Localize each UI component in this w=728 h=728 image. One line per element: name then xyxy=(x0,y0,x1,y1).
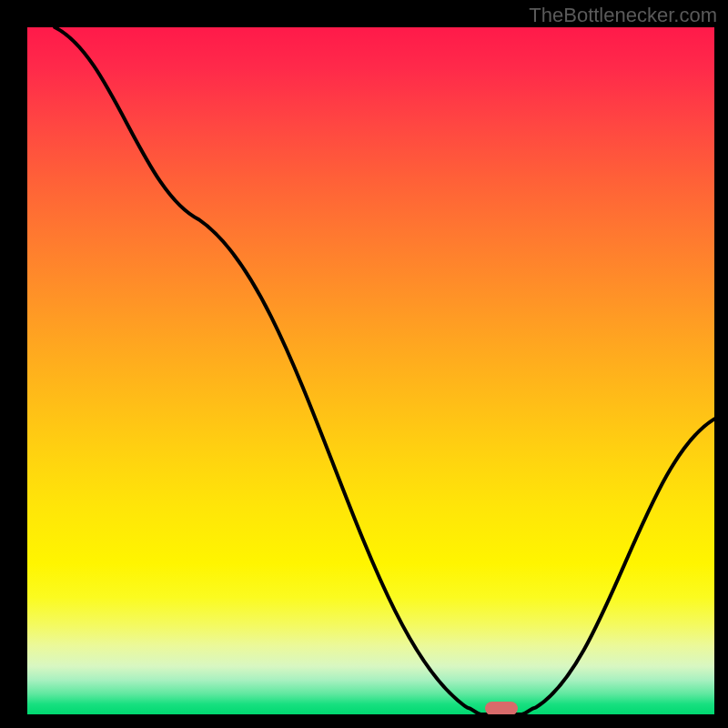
plot-area xyxy=(27,27,714,714)
optimal-point-marker xyxy=(485,702,518,714)
bottleneck-curve xyxy=(27,27,714,714)
watermark-text: TheBottlenecker.com xyxy=(529,4,717,27)
chart-container: TheBottlenecker.com xyxy=(0,0,728,728)
